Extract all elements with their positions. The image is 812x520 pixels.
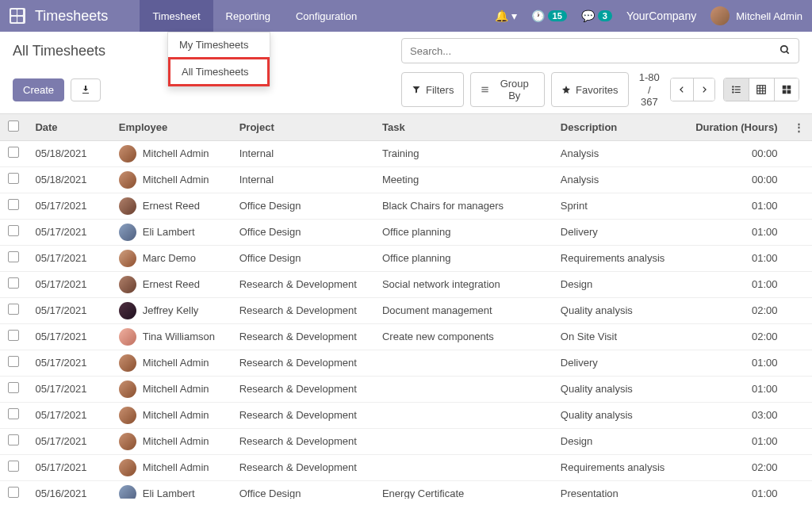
row-checkbox[interactable]: [8, 173, 19, 184]
apps-icon[interactable]: [10, 8, 25, 24]
cell-description: Delivery: [553, 350, 681, 376]
messages-icon[interactable]: 💬3: [581, 10, 612, 22]
svg-rect-3: [482, 90, 488, 90]
cell-date: 05/16/2021: [27, 480, 110, 499]
table-row[interactable]: 05/17/2021Tina WilliamsonResearch & Deve…: [0, 323, 812, 350]
cell-project: Research & Development: [232, 297, 374, 323]
table-row[interactable]: 05/18/2021Mitchell AdminInternalMeetingA…: [0, 166, 812, 193]
download-button[interactable]: [71, 78, 101, 101]
row-checkbox[interactable]: [8, 225, 19, 236]
svg-rect-19: [787, 90, 791, 94]
row-checkbox[interactable]: [8, 147, 19, 158]
search-box[interactable]: [401, 38, 799, 63]
user-menu[interactable]: Mitchell Admin: [710, 6, 802, 25]
view-list-button[interactable]: [724, 78, 749, 101]
table-row[interactable]: 05/17/2021Eli LambertOffice DesignOffice…: [0, 219, 812, 245]
col-task[interactable]: Task: [374, 114, 553, 141]
dropdown-my-timesheets[interactable]: My Timesheets: [168, 32, 270, 57]
cell-project: Office Design: [232, 193, 374, 219]
cell-description: Requirements analysis: [553, 454, 681, 480]
cell-task: [374, 402, 553, 428]
col-select[interactable]: [0, 114, 27, 141]
col-project[interactable]: Project: [232, 114, 374, 141]
col-date[interactable]: Date: [27, 114, 110, 141]
cell-project: Research & Development: [232, 323, 374, 350]
row-checkbox[interactable]: [8, 461, 19, 472]
cell-description: Quality analysis: [553, 297, 681, 323]
pager-prev-button[interactable]: [671, 78, 692, 101]
nav-configuration[interactable]: Configuration: [283, 0, 370, 32]
groupby-button[interactable]: Group By: [470, 72, 545, 107]
cell-description: On Site Visit: [553, 323, 681, 350]
table-row[interactable]: 05/17/2021Jeffrey KellyResearch & Develo…: [0, 297, 812, 323]
table-row[interactable]: 05/17/2021Marc DemoOffice DesignOffice p…: [0, 245, 812, 271]
dropdown-all-timesheets[interactable]: All Timesheets: [168, 57, 270, 86]
favorites-button[interactable]: Favorites: [551, 72, 628, 107]
filters-button[interactable]: Filters: [401, 72, 464, 107]
table-row[interactable]: 05/17/2021Mitchell AdminResearch & Devel…: [0, 350, 812, 376]
pager-next-button[interactable]: [693, 78, 714, 101]
activities-icon[interactable]: 🕐15: [531, 10, 567, 22]
cell-task: Create new components: [374, 323, 553, 350]
cell-project: Internal: [232, 166, 374, 193]
view-kanban-button[interactable]: [774, 78, 799, 101]
col-options[interactable]: ⋮: [786, 114, 813, 141]
table-row[interactable]: 05/17/2021Mitchell AdminResearch & Devel…: [0, 376, 812, 402]
notifications-icon[interactable]: 🔔 ▾: [495, 10, 517, 22]
cell-duration: 01:00: [681, 219, 786, 245]
cell-date: 05/17/2021: [27, 193, 110, 219]
employee-avatar-icon: [119, 302, 136, 319]
cell-description: Quality analysis: [553, 376, 681, 402]
cell-project: Internal: [232, 140, 374, 166]
cell-task: [374, 454, 553, 480]
row-checkbox[interactable]: [8, 356, 19, 367]
search-icon[interactable]: [779, 44, 791, 58]
svg-rect-8: [734, 90, 740, 90]
table-row[interactable]: 05/17/2021Mitchell AdminResearch & Devel…: [0, 454, 812, 480]
search-input[interactable]: [410, 45, 779, 57]
row-checkbox[interactable]: [8, 304, 19, 315]
row-checkbox[interactable]: [8, 199, 19, 210]
select-all-checkbox[interactable]: [8, 120, 19, 132]
employee-avatar-icon: [119, 171, 136, 189]
row-checkbox[interactable]: [8, 251, 19, 262]
cell-duration: 03:00: [681, 402, 786, 428]
table-row[interactable]: 05/17/2021Ernest ReedOffice DesignBlack …: [0, 193, 812, 219]
nav-reporting[interactable]: Reporting: [213, 0, 283, 32]
view-pivot-button[interactable]: [749, 78, 773, 101]
table-row[interactable]: 05/17/2021Mitchell AdminResearch & Devel…: [0, 428, 812, 454]
pager-text[interactable]: 1-80 / 367: [637, 71, 663, 109]
cell-duration: 02:00: [681, 454, 786, 480]
col-description[interactable]: Description: [553, 114, 681, 141]
create-button[interactable]: Create: [13, 78, 64, 101]
chevron-left-icon: [678, 86, 686, 94]
table-row[interactable]: 05/16/2021Eli LambertOffice DesignEnergy…: [0, 480, 812, 499]
cell-description: Presentation: [553, 480, 681, 499]
company-selector[interactable]: YourCompany: [626, 10, 696, 22]
table-row[interactable]: 05/17/2021Ernest ReedResearch & Developm…: [0, 271, 812, 297]
table-row[interactable]: 05/17/2021Mitchell AdminResearch & Devel…: [0, 402, 812, 428]
row-checkbox[interactable]: [8, 330, 19, 341]
app-brand[interactable]: Timesheets: [35, 8, 108, 25]
employee-avatar-icon: [119, 224, 136, 241]
cell-duration: 00:00: [681, 166, 786, 193]
cell-employee: Mitchell Admin: [111, 350, 232, 376]
download-icon: [81, 85, 90, 94]
cell-employee: Eli Lambert: [111, 219, 232, 245]
row-checkbox[interactable]: [8, 434, 19, 445]
row-checkbox[interactable]: [8, 277, 19, 289]
cell-project: Research & Development: [232, 271, 374, 297]
cell-employee: Mitchell Admin: [111, 140, 232, 166]
cell-employee: Mitchell Admin: [111, 454, 232, 480]
star-icon: [561, 85, 571, 94]
nav-timesheet[interactable]: Timesheet: [140, 0, 213, 32]
timesheet-table-wrap[interactable]: Date Employee Project Task Description D…: [0, 113, 812, 499]
groupby-label: Group By: [494, 78, 534, 101]
col-employee[interactable]: Employee: [111, 114, 232, 141]
col-duration[interactable]: Duration (Hours): [681, 114, 786, 141]
cell-employee: Ernest Reed: [111, 271, 232, 297]
row-checkbox[interactable]: [8, 408, 19, 419]
row-checkbox[interactable]: [8, 487, 19, 498]
table-row[interactable]: 05/18/2021Mitchell AdminInternalTraining…: [0, 140, 812, 166]
row-checkbox[interactable]: [8, 382, 19, 393]
